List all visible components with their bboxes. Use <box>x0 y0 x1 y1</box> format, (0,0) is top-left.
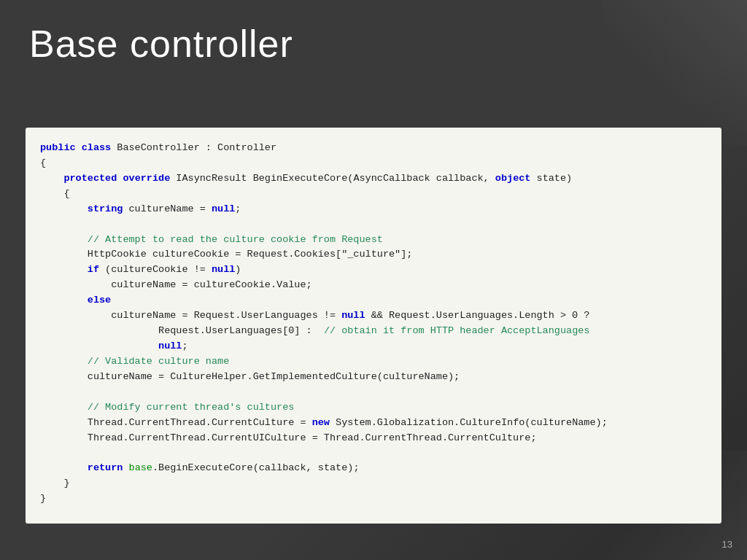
page-number: 13 <box>722 539 732 550</box>
corner-decor-top-right <box>601 0 747 146</box>
slide-title: Base controller <box>29 22 293 66</box>
code-block: public class BaseController : Controller… <box>26 128 721 524</box>
code-content: public class BaseController : Controller… <box>40 141 707 507</box>
